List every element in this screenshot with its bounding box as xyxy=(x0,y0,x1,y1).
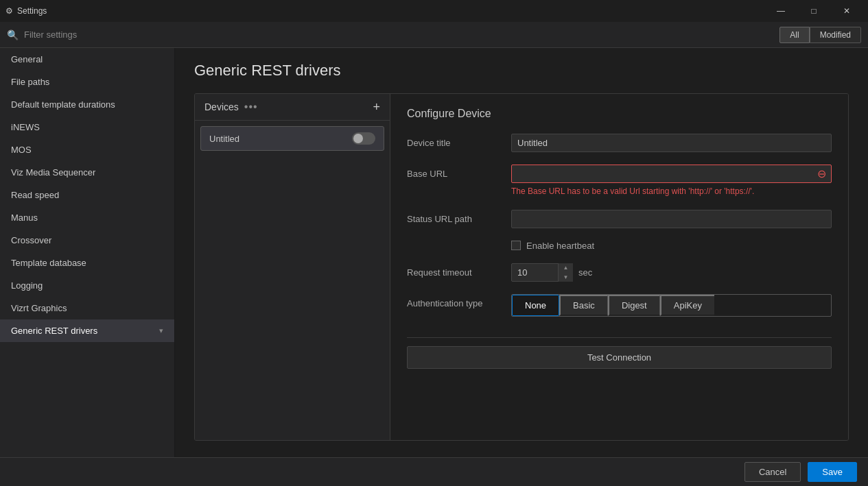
base-url-error: The Base URL has to be a valid Url start… xyxy=(511,186,832,197)
config-title: Configure Device xyxy=(407,108,832,120)
sidebar-item-label: Crossover xyxy=(11,235,51,245)
minimize-button[interactable]: — xyxy=(765,0,797,22)
error-icon: ⊖ xyxy=(817,167,826,180)
device-toggle[interactable] xyxy=(352,132,375,145)
timeout-input-wrap: ▲ ▼ xyxy=(511,263,573,282)
sidebar-item-label: Vizrt Graphics xyxy=(11,303,67,313)
sidebar-item-generic-rest[interactable]: Generic REST drivers ▾ xyxy=(0,319,174,342)
timeout-spinners: ▲ ▼ xyxy=(558,263,573,282)
auth-digest-button[interactable]: Digest xyxy=(608,295,660,316)
auth-field: None Basic Digest ApiKey xyxy=(511,294,832,317)
devices-panel: Devices ••• + Untitled xyxy=(195,94,390,440)
auth-row: Authentication type None Basic Digest Ap… xyxy=(407,294,832,317)
cancel-button[interactable]: Cancel xyxy=(744,462,801,482)
timeout-row: Request timeout ▲ ▼ sec xyxy=(407,263,832,282)
sidebar-item-label: Template database xyxy=(11,258,86,268)
add-device-button[interactable]: + xyxy=(373,101,380,113)
device-name: Untitled xyxy=(209,134,239,144)
sidebar-item-filepaths[interactable]: File paths xyxy=(0,71,174,93)
spinner-up-button[interactable]: ▲ xyxy=(559,263,573,273)
status-url-row: Status URL path xyxy=(407,210,832,228)
titlebar-title: Settings xyxy=(17,6,47,16)
timeout-field: ▲ ▼ sec xyxy=(511,263,832,282)
filter-all-button[interactable]: All xyxy=(779,27,809,43)
auth-none-button[interactable]: None xyxy=(512,295,559,316)
devices-title: Devices xyxy=(204,101,239,112)
sidebar-item-read-speed[interactable]: Read speed xyxy=(0,184,174,206)
settings-icon: ⚙ xyxy=(5,6,13,16)
panels: Devices ••• + Untitled Configure Device … xyxy=(194,93,849,441)
auth-apikey-button[interactable]: ApiKey xyxy=(660,295,714,316)
timeout-label: Request timeout xyxy=(407,263,503,278)
device-title-field xyxy=(511,134,832,152)
save-button[interactable]: Save xyxy=(808,462,857,482)
heartbeat-label: Enable heartbeat xyxy=(526,241,594,251)
base-url-label: Base URL xyxy=(407,165,503,179)
base-url-input-wrap: ⊖ xyxy=(511,165,832,183)
sidebar-item-default-template[interactable]: Default template durations xyxy=(0,93,174,116)
heartbeat-checkbox[interactable] xyxy=(511,241,521,250)
sidebar: General File paths Default template dura… xyxy=(0,48,175,457)
sidebar-item-label: General xyxy=(11,54,43,64)
sidebar-item-logging[interactable]: Logging xyxy=(0,274,174,297)
sidebar-item-crossover[interactable]: Crossover xyxy=(0,229,174,252)
search-icon: 🔍 xyxy=(7,29,19,40)
titlebar-left: ⚙ Settings xyxy=(5,6,47,16)
filter-modified-button[interactable]: Modified xyxy=(810,27,861,43)
auth-buttons: None Basic Digest ApiKey xyxy=(511,294,832,317)
sidebar-item-label: Manus xyxy=(11,212,38,223)
auth-label: Authentication type xyxy=(407,294,503,308)
sidebar-item-label: Read speed xyxy=(11,190,59,200)
chevron-down-icon: ▾ xyxy=(159,326,163,335)
devices-header: Devices ••• + xyxy=(195,94,390,121)
titlebar-controls: — □ ✕ xyxy=(765,0,863,22)
sidebar-item-label: Default template durations xyxy=(11,99,115,110)
auth-basic-button[interactable]: Basic xyxy=(559,295,608,316)
spinner-down-button[interactable]: ▼ xyxy=(559,272,573,282)
device-list: Untitled xyxy=(195,121,390,156)
test-connection-button[interactable]: Test Connection xyxy=(407,346,832,369)
device-item[interactable]: Untitled xyxy=(200,126,384,151)
status-url-label: Status URL path xyxy=(407,210,503,224)
base-url-input[interactable] xyxy=(511,165,832,183)
devices-menu-button[interactable]: ••• xyxy=(244,101,258,113)
status-url-field xyxy=(511,210,832,228)
main-layout: General File paths Default template dura… xyxy=(0,48,868,457)
status-url-input[interactable] xyxy=(511,210,832,228)
base-url-row: Base URL ⊖ The Base URL has to be a vali… xyxy=(407,165,832,197)
sidebar-item-label: iNEWS xyxy=(11,122,40,132)
test-connection-row: Test Connection xyxy=(407,337,832,369)
sidebar-item-label: Viz Media Sequencer xyxy=(11,167,95,178)
close-button[interactable]: ✕ xyxy=(831,0,863,22)
search-input[interactable] xyxy=(24,29,774,40)
sidebar-item-vizrt[interactable]: Vizrt Graphics xyxy=(0,297,174,319)
timeout-input-group: ▲ ▼ sec xyxy=(511,263,832,282)
searchbar: 🔍 All Modified xyxy=(0,22,868,48)
config-panel: Configure Device Device title Base URL ⊖ xyxy=(390,94,848,440)
device-title-label: Device title xyxy=(407,134,503,148)
device-title-row: Device title xyxy=(407,134,832,152)
sidebar-item-manus[interactable]: Manus xyxy=(0,206,174,229)
sidebar-item-label: Logging xyxy=(11,280,43,291)
base-url-field: ⊖ The Base URL has to be a valid Url sta… xyxy=(511,165,832,197)
filter-buttons: All Modified xyxy=(779,27,861,43)
content: Generic REST drivers Devices ••• + Untit… xyxy=(175,48,868,457)
maximize-button[interactable]: □ xyxy=(798,0,830,22)
sidebar-item-label: File paths xyxy=(11,77,49,87)
page-title: Generic REST drivers xyxy=(194,62,849,80)
sidebar-item-template-db[interactable]: Template database xyxy=(0,252,174,274)
device-title-input[interactable] xyxy=(511,134,832,152)
timeout-unit: sec xyxy=(578,267,592,278)
sidebar-item-mos[interactable]: MOS xyxy=(0,138,174,161)
sidebar-item-general[interactable]: General xyxy=(0,48,174,71)
sidebar-item-inews[interactable]: iNEWS xyxy=(0,116,174,138)
heartbeat-row: Enable heartbeat xyxy=(407,241,832,251)
titlebar: ⚙ Settings — □ ✕ xyxy=(0,0,868,22)
sidebar-item-label: MOS xyxy=(11,145,32,155)
sidebar-item-viz-media[interactable]: Viz Media Sequencer xyxy=(0,161,174,184)
sidebar-item-label: Generic REST drivers xyxy=(11,326,97,336)
footer: Cancel Save xyxy=(0,457,868,486)
